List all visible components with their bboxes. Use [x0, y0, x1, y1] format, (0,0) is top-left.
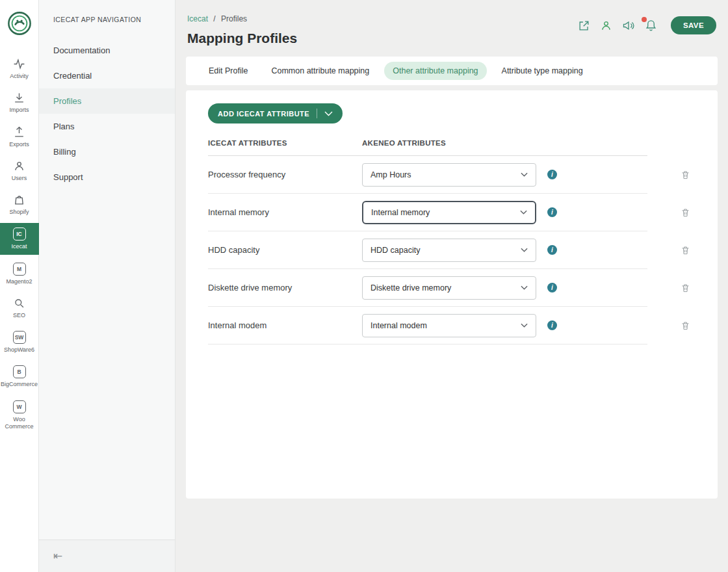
add-button-label: ADD ICECAT ATTRIBUTE	[218, 110, 309, 118]
rail-item-users[interactable]: Users	[0, 155, 39, 186]
sidebar-footer: ⇤	[39, 540, 175, 572]
chevron-down-icon	[324, 111, 333, 116]
delete-row-icon[interactable]	[681, 245, 690, 255]
sidebar-item-documentation[interactable]: Documentation	[39, 38, 175, 63]
tab-attribute-type-mapping[interactable]: Attribute type mapping	[493, 62, 592, 80]
info-icon[interactable]: i	[547, 207, 557, 217]
rail-item-woocommerce[interactable]: W Woo Commerce	[0, 396, 39, 435]
rail-item-label: Activity	[10, 73, 29, 80]
akeneo-attribute-select[interactable]: HDD capacity	[362, 239, 536, 262]
chevron-down-icon	[520, 210, 527, 214]
rail-item-label: Users	[12, 175, 27, 182]
table-row: Diskette drive memory Diskette drive mem…	[208, 269, 696, 307]
delete-row-icon[interactable]	[681, 207, 690, 218]
announcement-icon[interactable]	[622, 19, 635, 32]
rail-item-label: Icecat	[11, 243, 27, 250]
column-header-akeneo-attributes: AKENEO ATTRIBUTES	[362, 139, 446, 147]
rail-item-label: Woo Commerce	[1, 416, 38, 431]
save-button[interactable]: SAVE	[671, 16, 716, 34]
rail-item-imports[interactable]: Imports	[0, 87, 39, 118]
shopify-icon	[13, 194, 25, 206]
rail-item-label: ShopWare6	[4, 346, 34, 354]
external-link-icon[interactable]	[578, 20, 590, 32]
akeneo-attribute-select[interactable]: Internal memory	[362, 201, 536, 224]
rail-item-label: SEO	[13, 312, 25, 319]
info-icon[interactable]: i	[547, 245, 557, 255]
delete-row-icon[interactable]	[681, 320, 690, 331]
akeneo-attribute-select[interactable]: Internal modem	[362, 314, 536, 337]
table-header: ICECAT ATTRIBUTES AKENEO ATTRIBUTES	[208, 139, 647, 156]
notification-dot	[642, 17, 647, 22]
shopware6-icon: SW	[13, 331, 26, 344]
header-actions: SAVE	[578, 16, 716, 34]
tab-other-attribute-mapping[interactable]: Other attribute mapping	[384, 62, 486, 80]
rail-item-label: BigCommerce	[1, 381, 38, 388]
icon-rail: Activity Imports Exports Users Shopify	[0, 0, 39, 572]
notification-bell-icon[interactable]	[645, 19, 657, 32]
rail-item-label: Exports	[9, 141, 29, 148]
sidebar-item-profiles[interactable]: Profiles	[39, 88, 175, 114]
account-icon[interactable]	[600, 20, 612, 32]
main-content: Icecat / Profiles Mapping Profiles	[176, 0, 728, 572]
breadcrumb-current: Profiles	[221, 14, 247, 23]
sidebar-item-plans[interactable]: Plans	[39, 114, 175, 139]
rail-item-activity[interactable]: Activity	[0, 53, 39, 84]
delete-row-icon[interactable]	[681, 283, 690, 293]
info-icon[interactable]: i	[547, 320, 557, 330]
breadcrumb: Icecat / Profiles	[187, 14, 297, 23]
sidebar-heading: ICECAT APP NAVIGATION	[39, 16, 175, 23]
exports-icon	[13, 126, 25, 138]
add-icecat-attribute-button[interactable]: ADD ICECAT ATTRIBUTE	[208, 103, 343, 124]
rail-item-label: Magento2	[6, 278, 32, 285]
info-icon[interactable]: i	[547, 170, 557, 179]
table-row: Processor frequency Amp Hours i	[208, 156, 696, 194]
select-value: HDD capacity	[370, 246, 420, 255]
mapping-panel: ADD ICECAT ATTRIBUTE ICECAT ATTRIBUTES A…	[186, 90, 718, 499]
rail-item-magento2[interactable]: M Magento2	[0, 258, 39, 289]
rail-item-icecat[interactable]: IC Icecat	[0, 223, 39, 254]
tabs-bar: Edit Profile Common attribute mapping Ot…	[186, 57, 718, 85]
tab-edit-profile[interactable]: Edit Profile	[200, 62, 256, 80]
chevron-down-icon	[521, 172, 528, 177]
rail-item-exports[interactable]: Exports	[0, 122, 39, 152]
users-icon	[13, 160, 25, 172]
column-header-icecat-attributes: ICECAT ATTRIBUTES	[208, 139, 362, 147]
table-row: HDD capacity HDD capacity i	[208, 231, 696, 269]
magento2-icon: M	[13, 263, 26, 276]
akeneo-attribute-select[interactable]: Diskette drive memory	[362, 276, 536, 300]
sidebar-item-billing[interactable]: Billing	[39, 139, 175, 164]
rail-item-label: Shopify	[9, 209, 29, 216]
bigcommerce-icon: B	[13, 365, 26, 378]
delete-row-icon[interactable]	[681, 170, 690, 180]
table-row: Internal modem Internal modem i	[208, 307, 696, 344]
select-value: Diskette drive memory	[370, 283, 451, 292]
chevron-down-icon	[521, 323, 528, 328]
icecat-icon: IC	[13, 228, 26, 240]
chevron-down-icon	[521, 248, 528, 252]
rail-item-shopify[interactable]: Shopify	[0, 189, 39, 220]
seo-icon	[13, 297, 25, 309]
button-divider	[317, 109, 317, 118]
icecat-attribute-label: HDD capacity	[208, 245, 362, 255]
rail-item-shopware6[interactable]: SW ShopWare6	[0, 326, 39, 358]
tab-common-attribute-mapping[interactable]: Common attribute mapping	[263, 62, 378, 80]
rail-item-bigcommerce[interactable]: B BigCommerce	[0, 361, 39, 392]
sidebar-item-credential[interactable]: Credential	[39, 63, 175, 88]
rail-item-seo[interactable]: SEO	[0, 292, 39, 323]
info-icon[interactable]: i	[547, 283, 557, 292]
akeneo-attribute-select[interactable]: Amp Hours	[362, 163, 536, 187]
app-root: Activity Imports Exports Users Shopify	[0, 0, 728, 572]
select-value: Internal modem	[370, 321, 427, 330]
breadcrumb-link-icecat[interactable]: Icecat	[187, 14, 208, 23]
app-logo	[6, 10, 32, 36]
collapse-sidebar-icon[interactable]: ⇤	[53, 551, 62, 562]
icecat-attribute-label: Processor frequency	[208, 170, 362, 179]
select-value: Amp Hours	[370, 170, 411, 179]
page-header: Icecat / Profiles Mapping Profiles	[186, 14, 718, 46]
sidebar-item-support[interactable]: Support	[39, 164, 175, 190]
app-sidebar: ICECAT APP NAVIGATION Documentation Cred…	[39, 0, 176, 572]
page-title: Mapping Profiles	[187, 31, 297, 46]
select-value: Internal memory	[371, 208, 430, 217]
table-row: Internal memory Internal memory i	[208, 194, 696, 231]
icecat-attribute-label: Diskette drive memory	[208, 283, 362, 292]
